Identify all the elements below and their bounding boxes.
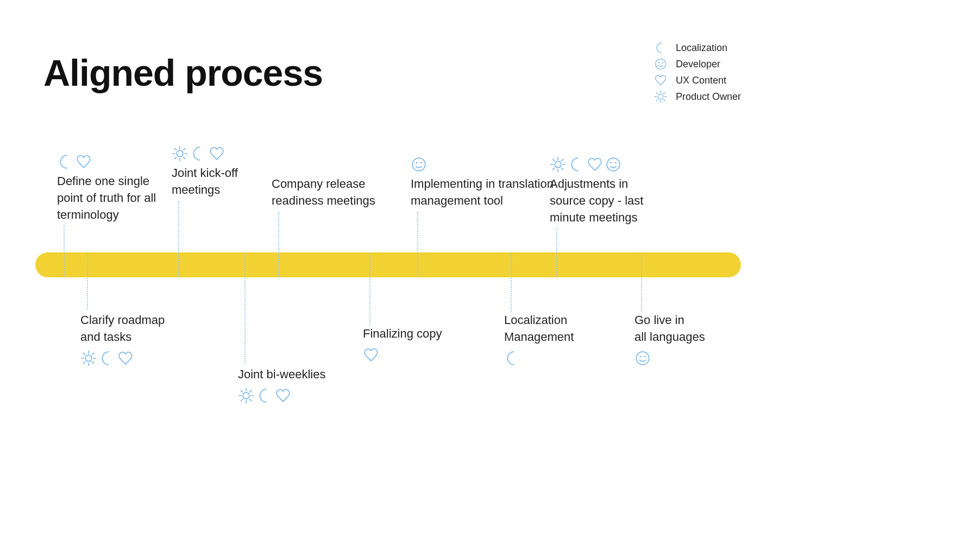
node-icons (172, 145, 280, 162)
timeline-node: Clarify roadmap and tasks (80, 312, 205, 366)
heart-icon (653, 74, 668, 87)
node-icons (57, 154, 182, 170)
heart-icon (363, 347, 379, 363)
node-label: Go live in all languages (635, 312, 743, 346)
timeline-node: Joint bi-weeklies (238, 366, 363, 404)
diagram-title: Aligned process (43, 52, 323, 94)
node-label: Company release readiness meetings (272, 176, 397, 209)
node-icons (411, 156, 574, 173)
moon-icon (504, 350, 520, 366)
timeline-node: Go live in all languages (635, 312, 743, 366)
heart-icon (209, 145, 225, 162)
connector (641, 252, 642, 312)
legend-item-product-owner: Product Owner (653, 90, 741, 103)
node-icons (550, 156, 675, 173)
legend-item-ux-content: UX Content (653, 74, 741, 87)
moon-icon (190, 145, 206, 162)
connector (511, 252, 512, 312)
moon-icon (99, 350, 115, 366)
timeline-bar (35, 252, 741, 277)
node-label: Finalizing copy (363, 326, 472, 342)
diagram-canvas: Aligned process Localization Developer U… (0, 0, 980, 546)
smile-icon (411, 156, 427, 173)
node-icons (635, 350, 743, 366)
node-label: Joint bi-weeklies (238, 366, 363, 383)
sun-icon (172, 145, 188, 162)
heart-icon (587, 156, 603, 173)
sun-icon (238, 388, 254, 404)
legend-label: Product Owner (676, 91, 741, 103)
node-label: Adjustments in source copy - last minute… (550, 176, 675, 226)
legend: Localization Developer UX Content Produc… (653, 38, 741, 106)
timeline-node: Adjustments in source copy - last minute… (550, 156, 675, 253)
connector (244, 252, 246, 364)
connector (369, 252, 370, 326)
timeline-node: Company release readiness meetings (272, 176, 397, 253)
node-label: Clarify roadmap and tasks (80, 312, 205, 346)
sun-icon (80, 350, 97, 366)
legend-label: Localization (676, 42, 727, 54)
node-label: Localization Management (504, 312, 613, 346)
sun-icon (653, 90, 668, 103)
node-icons (238, 388, 363, 404)
timeline-node: Implementing in translation management t… (411, 156, 574, 253)
moon-icon (57, 154, 73, 170)
heart-icon (76, 154, 92, 170)
node-label: Joint kick-off meetings (172, 165, 280, 199)
legend-item-developer: Developer (653, 58, 741, 71)
smile-icon (653, 58, 668, 71)
node-icons (504, 350, 613, 366)
node-icons (80, 350, 205, 366)
legend-label: Developer (676, 59, 720, 70)
smile-icon (635, 350, 651, 366)
moon-icon (568, 156, 585, 173)
heart-icon (275, 388, 291, 404)
timeline-node: Localization Management (504, 312, 613, 366)
connector (87, 252, 88, 309)
timeline-node: Finalizing copy (363, 326, 472, 363)
timeline-node: Define one single point of truth for all… (57, 154, 182, 253)
moon-icon (256, 388, 273, 404)
timeline-node: Joint kick-off meetings (172, 145, 280, 253)
heart-icon (117, 350, 134, 366)
sun-icon (550, 156, 566, 173)
node-label: Define one single point of truth for all… (57, 173, 182, 223)
node-label: Implementing in translation management t… (411, 176, 574, 209)
legend-label: UX Content (676, 75, 726, 86)
node-icons (363, 347, 472, 363)
legend-item-localization: Localization (653, 41, 741, 54)
moon-icon (653, 41, 668, 54)
smile-icon (605, 156, 621, 173)
